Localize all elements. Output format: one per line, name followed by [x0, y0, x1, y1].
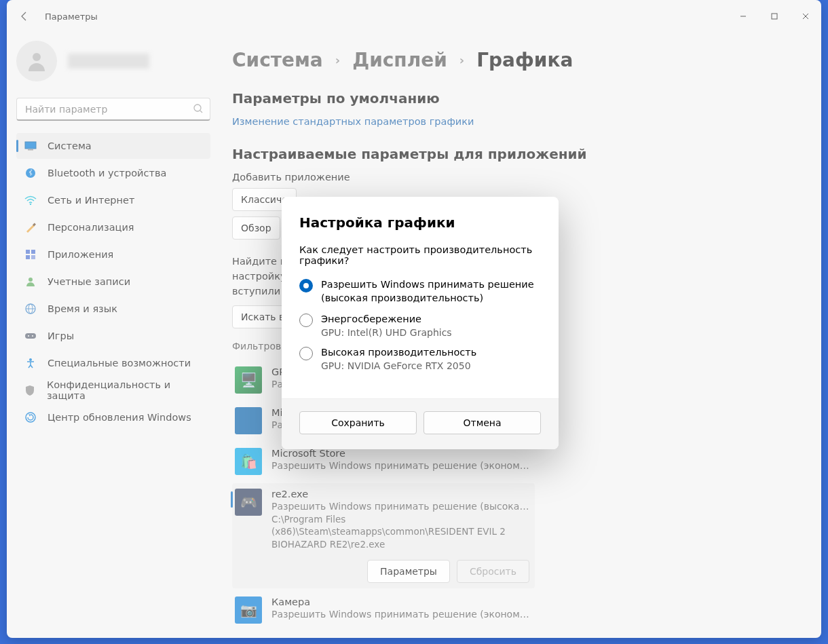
- radio-high-performance[interactable]: Высокая производительность: [299, 346, 541, 360]
- radio-label: Энергосбережение: [321, 313, 421, 326]
- dialog-title: Настройка графики: [299, 214, 541, 231]
- radio-icon: [299, 279, 313, 292]
- save-button[interactable]: Сохранить: [299, 411, 417, 434]
- radio-label: Разрешить Windows принимать решение (выс…: [321, 278, 541, 305]
- gpu-info: GPU: Intel(R) UHD Graphics: [321, 327, 541, 338]
- graphics-settings-dialog: Настройка графики Как следует настроить …: [282, 197, 559, 449]
- dialog-question: Как следует настроить производительность…: [299, 244, 541, 266]
- radio-icon: [299, 347, 313, 360]
- radio-let-windows-decide[interactable]: Разрешить Windows принимать решение (выс…: [299, 278, 541, 305]
- gpu-info: GPU: NVIDIA GeForce RTX 2050: [321, 360, 541, 371]
- radio-power-saving[interactable]: Энергосбережение: [299, 313, 541, 327]
- radio-icon: [299, 314, 313, 327]
- radio-group: Разрешить Windows принимать решение (выс…: [299, 278, 541, 371]
- settings-window: Параметры: [7, 0, 821, 638]
- cancel-button[interactable]: Отмена: [424, 411, 541, 434]
- radio-label: Высокая производительность: [321, 346, 476, 360]
